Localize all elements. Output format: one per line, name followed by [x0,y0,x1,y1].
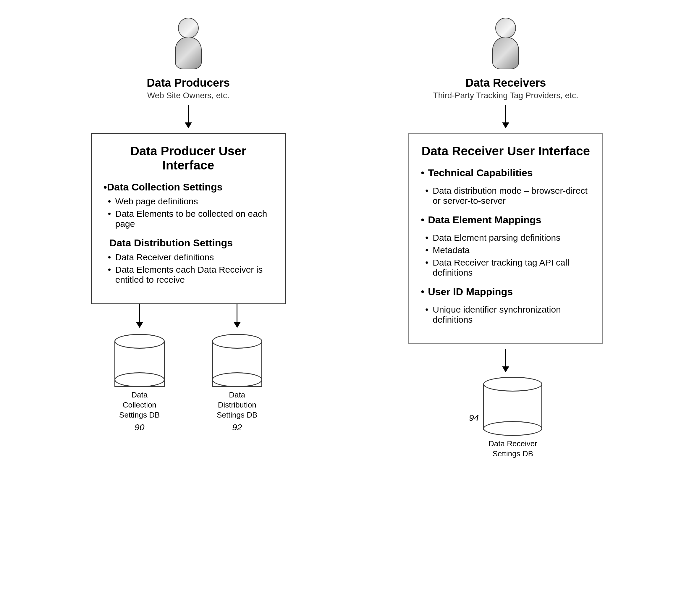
person-head-right [495,18,516,38]
left-column: Data Producers Web Site Owners, etc. Dat… [85,18,292,432]
elem-bullet-2: Metadata [433,245,590,255]
data-receivers-figure [492,18,519,69]
user-id-mappings-section: • User ID Mappings Unique identifier syn… [421,286,590,325]
db-distribution-label: DataDistributionSettings DB [217,390,257,420]
db-top-1 [114,334,165,349]
data-receiver-interface-box: Data Receiver User Interface • Technical… [408,133,603,344]
collection-bullet-1: Web page definitions [115,196,273,206]
data-producer-interface-box: Data Producer User Interface •Data Colle… [91,133,286,304]
db-top-r [483,377,542,392]
db-collection-cylinder [114,334,165,387]
distribution-bullet-2: Data Elements each Data Receiver is enti… [115,265,273,285]
receiver-db-row: 94 Data ReceiverSettings DB [469,377,542,459]
distribution-settings-section: Data Distribution Settings Data Receiver… [104,237,273,285]
db-distribution-column: DataDistributionSettings DB 92 [207,334,267,432]
arrow-shaft-rdb [505,349,506,366]
elem-bullet-dot: • [421,214,424,225]
arrow-shaft-db2 [237,304,237,322]
person-body-right [492,37,519,69]
arrow-head-db2 [234,322,241,328]
elem-bullet-1: Data Element parsing definitions [433,233,590,243]
db-distribution-number: 92 [232,422,242,432]
elem-bullet-3: Data Receiver tracking tag API call defi… [433,258,590,278]
collection-settings-header: •Data Collection Settings [104,181,273,193]
db-top-2 [212,334,262,349]
receiver-db-number: 94 [469,413,479,423]
user-id-mappings-header: User ID Mappings [428,286,513,297]
arrow-shaft-db1 [139,304,140,322]
arrow-producers-to-box [185,105,192,128]
right-db-section: 94 Data ReceiverSettings DB [469,344,542,459]
receiver-db-label: Data ReceiverSettings DB [483,439,542,459]
arrow-to-db1 [136,304,143,328]
arrow-head-rdb [502,366,509,372]
element-mappings-section: • Data Element Mappings Data Element par… [421,214,590,278]
data-producers-sublabel: Web Site Owners, etc. [147,91,230,100]
distribution-bullet-1: Data Receiver definitions [115,252,273,262]
arrow-shaft-right [505,105,506,123]
arrow-head-right [502,123,509,128]
collection-bullet-2: Data Elements to be collected on each pa… [115,209,273,229]
db-bottom-2 [212,372,262,387]
data-receivers-label: Data Receivers [465,77,546,89]
element-mappings-header: Data Element Mappings [428,214,542,225]
db-collection-number: 90 [134,422,144,432]
technical-capabilities-header: Technical Capabilities [428,167,533,179]
db-row-left: DataCollectionSettings DB 90 DataDistrib… [91,334,286,432]
arrow-shaft-left [188,105,189,123]
arrow-to-db2 [234,304,241,328]
arrow-head-db1 [136,322,143,328]
db-collection-column: DataCollectionSettings DB 90 [110,334,169,432]
collection-settings-section: •Data Collection Settings Web page defin… [104,181,273,229]
tech-bullet-dot: • [421,167,424,179]
db-receiver-cylinder [483,377,542,436]
person-body-left [175,37,202,69]
data-receivers-sublabel: Third-Party Tracking Tag Providers, etc. [433,91,578,100]
producer-interface-title: Data Producer User Interface [104,144,273,173]
data-producers-label: Data Producers [147,77,230,89]
person-head-left [178,18,199,38]
technical-capabilities-section: • Technical Capabilities Data distributi… [421,167,590,206]
dual-arrows [91,304,286,328]
db-collection-label: DataCollectionSettings DB [119,390,160,420]
db-bottom-1 [114,372,165,387]
db-bottom-r [483,421,542,436]
distribution-settings-header: Data Distribution Settings [109,237,273,249]
arrow-receivers-to-box [502,105,509,128]
tech-bullet-1: Data distribution mode – browser-direct … [433,186,590,206]
data-producers-figure [175,18,202,69]
right-column: Data Receivers Third-Party Tracking Tag … [402,18,609,459]
userid-bullet-dot: • [421,286,424,297]
userid-bullet-1: Unique identifier synchronization defini… [433,305,590,325]
arrow-to-receiver-db [502,349,509,372]
receiver-interface-title: Data Receiver User Interface [421,144,590,158]
db-distribution-cylinder [212,334,262,387]
arrow-head-left [185,123,192,128]
